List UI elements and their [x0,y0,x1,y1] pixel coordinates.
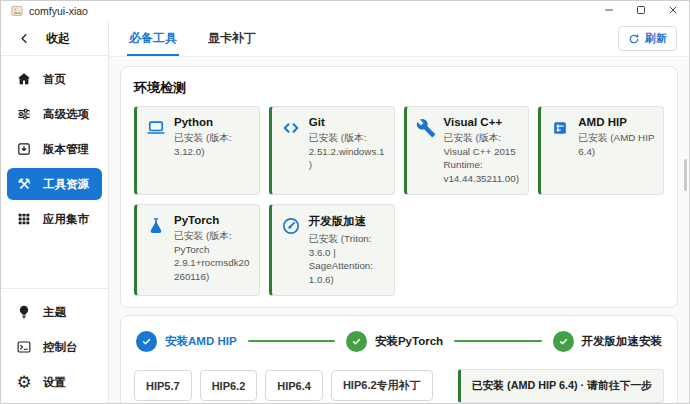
check-icon [136,331,157,352]
grid-icon [16,211,32,227]
install-steps: 安装AMD HIP 安装PyTorch [136,331,662,352]
env-card-title: 开发版加速 [309,214,387,229]
sidebar-item-label: 版本管理 [43,142,89,157]
terminal-icon [16,339,32,355]
environment-panel-title: 环境检测 [134,79,664,97]
sidebar-item-label: 应用集市 [43,212,89,227]
tab-gpu-patch[interactable]: 显卡补丁 [206,21,258,56]
app-title: comfyui-xiao [29,5,88,17]
hip-version-button[interactable]: HIP5.7 [134,370,192,401]
hip-version-row: HIP5.7 HIP6.2 HIP6.4 HIP6.2专用补丁 已安装 (AMD… [134,369,664,403]
env-card-status: 已安装 (版本: 3.12.0) [174,131,252,158]
env-card-status: 已安装 (版本: 2.51.2.windows.1) [309,131,387,172]
check-icon [553,331,574,352]
sliders-icon [16,106,32,122]
sidebar-item-console[interactable]: 控制台 [7,331,102,363]
minimize-icon [604,5,614,17]
flask-icon [146,216,166,236]
step-label: 开发版加速安装 [582,334,663,349]
install-step: 开发版加速安装 [553,331,663,352]
env-card: Git 已安装 (版本: 2.51.2.windows.1) [269,106,395,195]
env-card-title: PyTorch [174,214,252,226]
app-icon [11,5,23,17]
main-area: 必备工具 显卡补丁 刷新 环境检测 [109,21,689,403]
sidebar-collapse-label: 收起 [46,30,70,47]
step-label: 安装AMD HIP [165,334,237,349]
environment-cards: Python 已安装 (版本: 3.12.0) Git 已安装 (版本: 2.5… [134,106,664,296]
laptop-icon [146,118,166,138]
sidebar-item-label: 设置 [43,375,66,390]
env-card: 开发版加速 已安装 (Triton: 3.6.0 | SageAttention… [269,204,395,296]
app-window: comfyui-xiao 收起 首页 [0,0,690,404]
speedometer-icon [281,216,301,236]
content-area: 环境检测 Python 已安装 (版本: 3.12.0) [109,57,689,403]
maximize-button[interactable] [625,1,657,21]
sidebar-collapse-button[interactable]: 收起 [1,21,108,56]
sidebar-item-tool-resources[interactable]: ⚒ 工具资源 [7,168,102,200]
close-button[interactable] [657,1,689,21]
install-panel: 安装AMD HIP 安装PyTorch [120,315,678,403]
environment-panel: 环境检测 Python 已安装 (版本: 3.12.0) [120,66,678,308]
tab-essential-tools[interactable]: 必备工具 [127,21,179,56]
chevron-left-icon [18,32,31,45]
tabs: 必备工具 显卡补丁 [127,21,285,56]
sidebar-bottom-nav: 主题 控制台 ⚙ 设置 [1,288,108,403]
code-icon [281,118,301,138]
version-box-icon [16,141,32,157]
env-card: Python 已安装 (版本: 3.12.0) [134,106,260,195]
env-card-title: Git [309,116,387,128]
titlebar: comfyui-xiao [1,1,689,21]
sidebar-item-home[interactable]: 首页 [7,63,102,95]
env-card: AMD HIP 已安装 (AMD HIP 6.4) [538,106,664,195]
refresh-icon [628,33,640,45]
step-label: 安装PyTorch [375,334,443,349]
window-controls [593,1,689,21]
wrench-icon [416,118,436,138]
sidebar-item-advanced-options[interactable]: 高级选项 [7,98,102,130]
install-status: 已安装 (AMD HIP 6.4) · 请前往下一步 [458,369,664,403]
hip-version-buttons: HIP5.7 HIP6.2 HIP6.4 HIP6.2专用补丁 [134,370,433,401]
minimize-button[interactable] [593,1,625,21]
refresh-label: 刷新 [645,31,667,46]
close-icon [668,5,678,17]
env-card-status: 已安装 (Triton: 3.6.0 | SageAttention: 1.0.… [309,232,387,287]
bulb-icon [16,304,32,320]
env-card: PyTorch 已安装 (版本: PyTorch 2.9.1+rocmsdk20… [134,204,260,296]
maximize-icon [636,5,646,17]
env-card-status: 已安装 (版本: Visual C++ 2015 Runtime: v14.44… [444,131,522,186]
tabbar: 必备工具 显卡补丁 刷新 [109,21,689,57]
hip-version-button[interactable]: HIP6.2 [200,370,258,401]
home-icon [16,71,32,87]
scrollbar-thumb[interactable] [684,159,687,191]
sidebar-item-label: 控制台 [43,340,78,355]
check-icon [346,331,367,352]
hip-version-button[interactable]: HIP6.2专用补丁 [331,370,433,401]
chip-icon [550,118,570,138]
step-connector [248,340,335,342]
sidebar-item-theme[interactable]: 主题 [7,296,102,328]
env-card: Visual C++ 已安装 (版本: Visual C++ 2015 Runt… [404,106,530,195]
sidebar-nav: 首页 高级选项 版本管理 ⚒ 工具资源 [1,56,108,242]
refresh-button[interactable]: 刷新 [618,26,677,51]
sidebar-item-label: 工具资源 [43,177,89,192]
env-card-status: 已安装 (版本: PyTorch 2.9.1+rocmsdk20260116) [174,229,252,284]
step-connector [454,340,541,342]
sidebar-item-settings[interactable]: ⚙ 设置 [7,366,102,398]
sidebar-item-label: 高级选项 [43,107,89,122]
sidebar-item-label: 首页 [43,72,66,87]
sidebar-item-label: 主题 [43,305,66,320]
env-card-title: Visual C++ [444,116,522,128]
gear-icon: ⚙ [16,374,32,390]
env-card-status: 已安装 (AMD HIP 6.4) [578,131,656,158]
hip-version-button[interactable]: HIP6.4 [265,370,323,401]
sidebar-item-app-market[interactable]: 应用集市 [7,203,102,235]
sidebar: 收起 首页 高级选项 版本管理 [1,21,109,403]
env-card-title: Python [174,116,252,128]
sidebar-item-version-management[interactable]: 版本管理 [7,133,102,165]
install-step: 安装PyTorch [346,331,443,352]
tools-icon: ⚒ [16,176,32,192]
env-card-title: AMD HIP [578,116,656,128]
install-step: 安装AMD HIP [136,331,237,352]
